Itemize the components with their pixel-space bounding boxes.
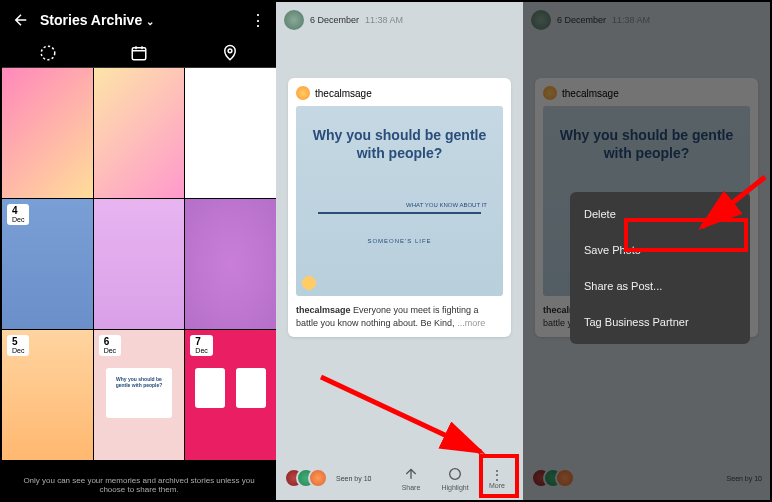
archive-title[interactable]: Stories Archive⌄ <box>40 12 250 28</box>
viewer-avatar <box>308 468 328 488</box>
story-thumbnail[interactable]: 4Dec <box>2 199 93 329</box>
archive-footer-text: Only you can see your memories and archi… <box>2 470 276 500</box>
share-button[interactable]: Share <box>391 466 431 491</box>
card-username: thecalmsage <box>315 88 372 99</box>
svg-point-3 <box>450 468 461 479</box>
archive-grid: 4Dec 5Dec 6Dec Why you should be gentle … <box>2 68 276 460</box>
back-icon[interactable] <box>12 11 30 29</box>
tab-location[interactable] <box>185 38 276 67</box>
context-menu: Delete Save Photo Share as Post... Tag B… <box>570 192 750 344</box>
story-thumbnail[interactable]: 5Dec <box>2 330 93 460</box>
mini-card <box>195 368 225 408</box>
archive-tabs <box>2 38 276 68</box>
date-badge: 5Dec <box>7 335 29 356</box>
archive-header: Stories Archive⌄ ⋮ <box>2 2 276 38</box>
highlight-icon <box>447 466 463 482</box>
date-badge: 7Dec <box>190 335 212 356</box>
card-divider <box>318 212 480 214</box>
caption: thecalmsage Everyone you meet is fightin… <box>296 304 503 329</box>
story-menu-panel: 6 December 11:38 AM thecalmsage Why you … <box>523 2 770 500</box>
story-header: 6 December 11:38 AM <box>276 2 523 38</box>
story-thumbnail[interactable]: 7Dec <box>185 330 276 460</box>
story-thumbnail[interactable] <box>2 68 93 198</box>
menu-delete[interactable]: Delete <box>570 196 750 232</box>
more-button[interactable]: ⋮ More <box>479 464 515 493</box>
tab-calendar[interactable] <box>93 38 184 67</box>
archive-panel: Stories Archive⌄ ⋮ 4Dec 5Dec 6Dec Why yo… <box>2 2 276 500</box>
story-content-card[interactable]: thecalmsage Why you should be gentle wit… <box>288 78 511 337</box>
story-footer: Seen by 10 Share Highlight ⋮ More <box>276 456 523 500</box>
card-label: WHAT YOU KNOW ABOUT IT <box>406 202 487 208</box>
share-icon <box>403 466 419 482</box>
story-panel: 6 December 11:38 AM thecalmsage Why you … <box>276 2 523 500</box>
story-time: 11:38 AM <box>365 15 403 25</box>
story-thumbnail[interactable] <box>94 199 185 329</box>
mini-card: Why you should be gentle with people? <box>106 368 173 418</box>
more-link[interactable]: ...more <box>457 318 485 328</box>
svg-line-4 <box>321 377 481 452</box>
menu-icon[interactable]: ⋮ <box>250 11 266 30</box>
caption-username: thecalmsage <box>296 305 351 315</box>
menu-tag-business[interactable]: Tag Business Partner <box>570 304 750 340</box>
menu-save-photo[interactable]: Save Photo <box>570 232 750 268</box>
chevron-down-icon: ⌄ <box>146 16 154 27</box>
card-title: Why you should be gentle with people? <box>304 126 495 162</box>
seen-by-text[interactable]: Seen by 10 <box>336 475 371 482</box>
card-avatar <box>296 86 310 100</box>
avatar[interactable] <box>284 10 304 30</box>
svg-point-2 <box>228 48 232 52</box>
card-subtitle: SOMEONE'S LIFE <box>367 238 431 244</box>
date-badge: 4Dec <box>7 204 29 225</box>
more-dots-icon: ⋮ <box>490 468 504 482</box>
menu-share-as-post[interactable]: Share as Post... <box>570 268 750 304</box>
story-thumbnail[interactable] <box>185 199 276 329</box>
svg-rect-1 <box>132 47 146 59</box>
card-logo-icon <box>302 276 316 290</box>
card-image: Why you should be gentle with people? WH… <box>296 106 503 296</box>
card-user-row: thecalmsage <box>296 86 503 100</box>
story-thumbnail[interactable]: 6Dec Why you should be gentle with peopl… <box>94 330 185 460</box>
date-badge: 6Dec <box>99 335 121 356</box>
svg-point-0 <box>41 46 55 60</box>
viewers-stack[interactable] <box>284 468 328 488</box>
story-date: 6 December <box>310 15 359 25</box>
highlight-button[interactable]: Highlight <box>435 466 475 491</box>
story-thumbnail[interactable] <box>185 68 276 198</box>
story-thumbnail[interactable] <box>94 68 185 198</box>
mini-card <box>236 368 266 408</box>
tab-reel[interactable] <box>2 38 93 67</box>
